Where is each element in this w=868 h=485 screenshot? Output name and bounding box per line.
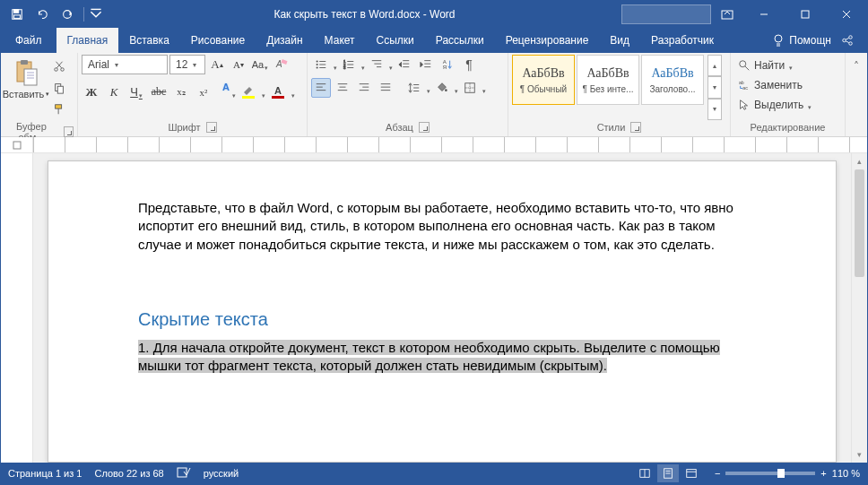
font-size-combo[interactable]: 12▾: [169, 55, 205, 74]
text-effects-button[interactable]: A▾: [216, 82, 236, 102]
clear-format-button[interactable]: A: [272, 55, 291, 74]
line-spacing-button[interactable]: [404, 78, 424, 98]
format-painter-button[interactable]: [49, 100, 69, 119]
bold-button[interactable]: Ж: [82, 82, 101, 102]
tab-draw[interactable]: Рисование: [180, 28, 256, 53]
zoom-out-button[interactable]: −: [715, 468, 720, 479]
tab-file[interactable]: Файл: [1, 28, 56, 53]
tell-me-button[interactable]: Помощн: [771, 33, 831, 48]
bullets-button[interactable]: [311, 55, 331, 74]
status-language[interactable]: русский: [204, 468, 239, 479]
shrink-font-button[interactable]: A▾: [229, 55, 248, 74]
align-left-button[interactable]: [311, 78, 331, 98]
web-layout-button[interactable]: [681, 464, 702, 482]
align-center-button[interactable]: [333, 78, 352, 98]
redo-button[interactable]: [56, 4, 78, 25]
increase-indent-button[interactable]: [416, 55, 436, 74]
paste-button[interactable]: Вставить▾: [4, 55, 48, 100]
style-normal[interactable]: АаБбВв ¶ Обычный: [512, 55, 575, 105]
styles-down-button[interactable]: ▾: [707, 76, 722, 98]
superscript-button[interactable]: x²: [194, 82, 213, 102]
tab-mailings[interactable]: Рассылки: [425, 28, 495, 53]
status-words[interactable]: Слово 22 из 68: [94, 468, 163, 479]
find-button[interactable]: Найти▾: [734, 56, 815, 74]
select-button[interactable]: Выделить▾: [734, 96, 815, 114]
horizontal-ruler-area: [1, 137, 867, 153]
scroll-thumb[interactable]: [855, 169, 864, 277]
vertical-ruler[interactable]: [1, 153, 33, 463]
scroll-down-button[interactable]: ▾: [852, 446, 867, 463]
change-case-button[interactable]: Aa▾: [250, 55, 270, 74]
styles-up-button[interactable]: ▴: [707, 55, 722, 76]
close-button[interactable]: [826, 1, 867, 28]
ruler-corner[interactable]: [1, 137, 33, 152]
tab-insert[interactable]: Вставка: [118, 28, 180, 53]
paragraph-launcher[interactable]: [419, 122, 430, 133]
zoom-level[interactable]: 110 %: [832, 468, 860, 479]
numbering-button[interactable]: 123: [339, 55, 359, 74]
zoom-slider[interactable]: [725, 472, 815, 475]
font-launcher[interactable]: [206, 122, 217, 133]
tab-layout[interactable]: Макет: [314, 28, 366, 53]
print-layout-button[interactable]: [657, 464, 679, 482]
underline-button[interactable]: Ч▾: [126, 82, 146, 102]
sort-button[interactable]: AЯ: [438, 55, 457, 74]
collapse-ribbon-button[interactable]: ˄: [846, 56, 866, 76]
styles-scroll[interactable]: ▴ ▾ ▾: [707, 55, 722, 120]
borders-button[interactable]: [460, 78, 480, 98]
style-nospacing[interactable]: АаБбВв ¶ Без инте...: [577, 55, 639, 105]
grow-font-button[interactable]: A▴: [207, 55, 227, 74]
tab-references[interactable]: Ссылки: [366, 28, 425, 53]
maximize-button[interactable]: [785, 1, 826, 28]
show-marks-button[interactable]: ¶: [459, 55, 479, 74]
copy-button[interactable]: [49, 78, 69, 98]
ribbon-display-button[interactable]: [711, 1, 743, 28]
read-mode-button[interactable]: [634, 464, 655, 482]
subscript-button[interactable]: x₂: [171, 82, 191, 102]
styles-more-button[interactable]: ▾: [707, 99, 722, 120]
minimize-button[interactable]: [743, 1, 785, 28]
font-name-combo[interactable]: Arial▾: [82, 55, 168, 74]
strike-button[interactable]: abc: [149, 82, 169, 102]
tab-view[interactable]: Вид: [599, 28, 640, 53]
align-justify-button[interactable]: [376, 78, 395, 98]
undo-button[interactable]: [31, 4, 53, 25]
zoom-thumb[interactable]: [777, 469, 785, 478]
scroll-track[interactable]: [852, 169, 867, 446]
zoom-in-button[interactable]: +: [820, 468, 826, 479]
share-button[interactable]: [837, 30, 858, 51]
style-heading1[interactable]: АаБбВв Заголово...: [641, 55, 704, 105]
tab-home[interactable]: Главная: [56, 28, 119, 53]
save-button[interactable]: [6, 4, 28, 25]
svg-line-77: [745, 66, 749, 70]
selected-text[interactable]: 1. Для начала откройте документ, текст в…: [138, 340, 720, 373]
replace-button[interactable]: abac Заменить: [734, 76, 815, 94]
tab-design[interactable]: Дизайн: [256, 28, 313, 53]
cut-button[interactable]: [49, 56, 69, 76]
paragraph-step1[interactable]: 1. Для начала откройте документ, текст в…: [138, 339, 746, 376]
clipboard-launcher[interactable]: [64, 126, 74, 137]
vertical-scrollbar[interactable]: ▴ ▾: [851, 153, 867, 463]
document-page[interactable]: Представьте, что в файл Word, с которым …: [48, 160, 837, 463]
decrease-indent-button[interactable]: [395, 55, 414, 74]
status-page[interactable]: Страница 1 из 1: [8, 468, 82, 479]
styles-launcher[interactable]: [630, 122, 641, 133]
svg-rect-80: [13, 142, 21, 149]
page-viewport[interactable]: Представьте, что в файл Word, с которым …: [33, 153, 851, 463]
tab-review[interactable]: Рецензирование: [495, 28, 600, 53]
status-proofing[interactable]: [177, 466, 191, 481]
heading-hide-text[interactable]: Скрытие текста: [138, 307, 746, 332]
tab-developer[interactable]: Разработчик: [640, 28, 725, 53]
horizontal-ruler[interactable]: [33, 137, 851, 152]
qat-customize-button[interactable]: [90, 4, 102, 25]
account-area[interactable]: [621, 4, 711, 24]
paragraph-intro[interactable]: Представьте, что в файл Word, с которым …: [138, 199, 746, 254]
font-color-button[interactable]: A: [268, 85, 288, 99]
svg-point-10: [775, 35, 782, 42]
align-right-button[interactable]: [354, 78, 374, 98]
scroll-up-button[interactable]: ▴: [852, 153, 867, 169]
shading-button[interactable]: [432, 78, 452, 98]
multilevel-button[interactable]: [367, 55, 386, 74]
italic-button[interactable]: К: [104, 82, 124, 102]
highlight-button[interactable]: [239, 85, 258, 99]
